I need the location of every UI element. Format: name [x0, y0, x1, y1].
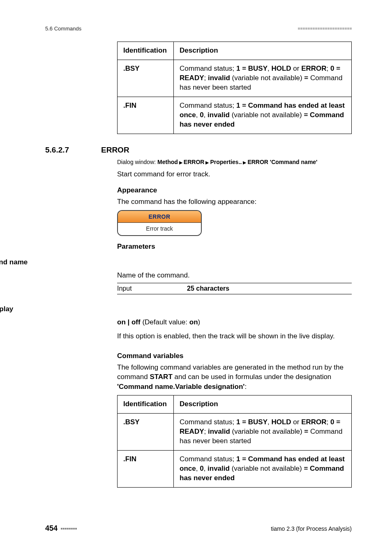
th-identification: Identification: [118, 395, 174, 413]
th-description: Description: [174, 395, 352, 413]
cell-description: Command status; 1 = BUSY, HOLD or ERROR;…: [174, 413, 352, 450]
cell-description: Command status; 1 = Command has ended at…: [174, 450, 352, 487]
th-description: Description: [174, 42, 352, 60]
cell-id: .BSY: [123, 418, 140, 426]
cell-description: Command status; 1 = BUSY, HOLD or ERROR;…: [174, 60, 352, 97]
page-number: 454: [45, 524, 58, 533]
command-name-label: Command name: [0, 258, 352, 266]
cell-description: Command status; 1 = Command has ended at…: [174, 97, 352, 134]
live-display-label: Live display: [0, 305, 352, 313]
cell-id: .FIN: [123, 455, 136, 463]
table-row: .BSY Command status; 1 = BUSY, HOLD or E…: [118, 60, 352, 97]
appearance-heading: Appearance: [117, 186, 352, 194]
error-widget-body: Error track: [118, 223, 201, 235]
table-row: .FIN Command status; 1 = Command has end…: [118, 450, 352, 487]
input-label: Input: [117, 283, 187, 294]
live-display-default: on | off (Default value: on): [117, 317, 352, 327]
section-number: 5.6.2.7: [45, 146, 86, 155]
th-identification: Identification: [118, 42, 174, 60]
cell-id: .FIN: [123, 102, 136, 109]
decorative-ticks: [298, 28, 352, 30]
intro-line: Start command for error track.: [117, 169, 352, 179]
input-spec-row: Input 25 characters: [117, 283, 352, 294]
identification-table-1: Identification Description .BSY Command …: [117, 42, 352, 134]
cell-id: .BSY: [123, 65, 140, 72]
error-widget-header: ERROR: [118, 211, 201, 223]
command-variables-body: The following command variables are gene…: [117, 363, 352, 392]
product-name: tiamo 2.3 (for Process Analysis): [271, 525, 352, 532]
live-display-body: If this option is enabled, then the trac…: [117, 331, 352, 341]
input-value: 25 characters: [187, 283, 300, 294]
identification-table-2: Identification Description .BSY Command …: [117, 395, 352, 488]
running-head-section: 5.6 Commands: [45, 25, 81, 32]
parameters-heading: Parameters: [117, 243, 352, 251]
dialog-window-path: Dialog window: Method▶ERROR▶Properties..…: [117, 159, 352, 165]
command-variables-heading: Command variables: [117, 352, 352, 360]
error-command-widget: ERROR Error track: [117, 210, 202, 236]
appearance-text: The command has the following appearance…: [117, 197, 352, 207]
section-title: ERROR: [101, 146, 129, 155]
table-row: .FIN Command status; 1 = Command has end…: [118, 97, 352, 134]
table-row: .BSY Command status; 1 = BUSY, HOLD or E…: [118, 413, 352, 450]
command-name-text: Name of the command.: [117, 271, 352, 280]
decorative-ticks: [61, 528, 77, 530]
